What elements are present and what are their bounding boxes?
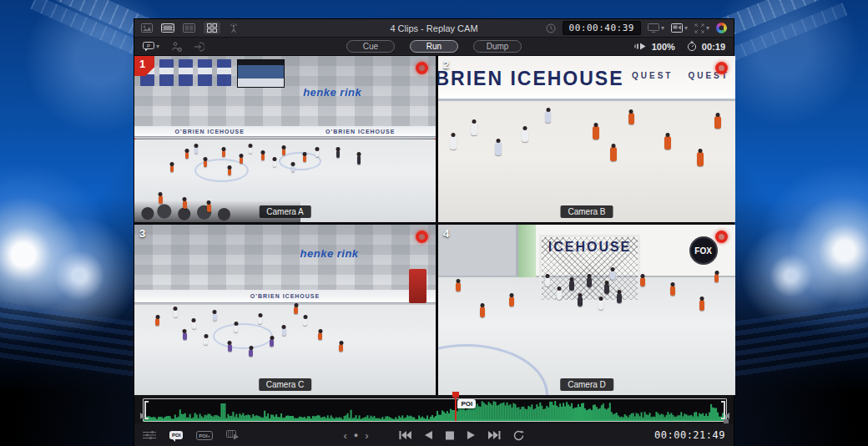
player-marker — [303, 155, 306, 162]
timeline-out-handle[interactable] — [721, 401, 725, 419]
camera-label: Camera D — [560, 378, 613, 391]
player-marker — [640, 277, 645, 286]
titlebar-right: 00:00:40:39 ▾ ▾ ▾ — [546, 21, 727, 35]
players-layer — [134, 225, 436, 395]
camera-view-1[interactable]: henke rink O'BRIEN ICEHOUSE O'BRIEN ICEH… — [134, 56, 436, 222]
player-marker — [234, 325, 238, 332]
jog-dot-icon[interactable]: ● — [354, 431, 358, 439]
clock-icon[interactable] — [546, 23, 556, 33]
camera-view-3[interactable]: henke rink O'BRIEN ICEHOUSE 3 Camera C — [134, 225, 436, 395]
run-button[interactable]: Run — [410, 40, 458, 53]
camera-label: Camera C — [259, 378, 312, 391]
play-button[interactable] — [467, 430, 477, 440]
player-marker — [610, 147, 617, 161]
timeline-bar: POI — [134, 395, 734, 423]
toolbar-right: 100% 00:19 — [634, 41, 725, 52]
camera-view-4[interactable]: ICEHOUSE FOX 4 Camera D — [438, 225, 735, 395]
monitor-icon[interactable]: ▾ — [648, 23, 664, 33]
jog-control[interactable]: ‹ ● › — [343, 430, 368, 441]
stopwatch-icon — [687, 41, 697, 52]
player-marker — [240, 157, 243, 164]
player-marker — [170, 165, 174, 172]
filmstrip-icon[interactable] — [161, 23, 174, 33]
player-marker — [471, 123, 477, 135]
player-marker — [714, 274, 719, 282]
audio-waveform — [144, 399, 726, 421]
media-pool-icon[interactable] — [141, 23, 153, 33]
players-layer — [438, 56, 735, 222]
automation-icon[interactable] — [143, 430, 156, 440]
color-wheel-icon[interactable] — [716, 23, 727, 33]
user-sync-icon[interactable] — [171, 42, 182, 52]
player-marker — [714, 116, 721, 129]
jog-forward-icon[interactable]: › — [365, 430, 368, 441]
export-icon[interactable] — [194, 42, 204, 52]
players-layer — [134, 56, 436, 222]
player-marker — [291, 165, 295, 172]
transport-left-icons: POI POI₊ — [143, 430, 240, 440]
camera-number: 3 — [139, 227, 145, 240]
out-handle-arrow — [725, 413, 729, 419]
transform-icon[interactable]: ▾ — [694, 23, 709, 33]
clip-icon[interactable] — [183, 23, 195, 33]
dump-button[interactable]: Dump — [473, 40, 522, 53]
player-marker — [587, 277, 592, 287]
player-marker — [282, 328, 286, 336]
poi-icon[interactable]: POI — [169, 431, 183, 439]
jog-back-icon[interactable]: ‹ — [343, 430, 346, 441]
broadcast-icon[interactable] — [229, 23, 239, 33]
player-marker — [155, 318, 159, 326]
player-marker — [249, 349, 253, 357]
player-marker — [183, 332, 187, 340]
timeline-in-handle[interactable] — [144, 401, 149, 419]
player-marker — [258, 317, 262, 324]
audio-timeline[interactable]: POI — [143, 398, 727, 422]
clip-play-icon[interactable] — [226, 430, 240, 440]
poi-flag-label: POI — [457, 399, 476, 408]
player-marker — [228, 344, 232, 352]
player-marker — [282, 149, 285, 155]
player-marker — [207, 204, 211, 212]
player-marker — [228, 169, 231, 175]
skip-end-button[interactable] — [488, 430, 502, 440]
camera-label: Camera A — [259, 205, 310, 218]
multicam-icon[interactable]: ▾ — [671, 23, 688, 33]
player-marker — [204, 160, 207, 167]
toolbar-left-icons: P▾ — [143, 42, 204, 52]
player-marker — [697, 152, 704, 166]
play-reverse-button[interactable] — [424, 430, 434, 440]
record-indicator — [715, 231, 728, 243]
transport-bar: POI POI₊ ‹ ● › — [134, 423, 734, 446]
master-timecode[interactable]: 00:00:40:39 — [563, 21, 641, 35]
player-marker — [222, 150, 225, 157]
player-marker — [318, 332, 322, 340]
player-marker — [480, 307, 485, 317]
poi-add-icon[interactable]: POI₊ — [196, 431, 213, 440]
player-marker — [273, 160, 276, 167]
player-marker — [194, 147, 198, 154]
cue-button[interactable]: Cue — [346, 40, 395, 53]
players-layer — [438, 225, 735, 395]
skip-start-button[interactable] — [399, 430, 412, 440]
speed-value[interactable]: 100% — [652, 42, 675, 52]
player-marker — [495, 142, 502, 155]
player-marker — [617, 293, 622, 303]
camera-view-2[interactable]: BRIEN ICEHOUSE QUEST QUEST 2 Camera B — [438, 56, 735, 222]
player-marker — [509, 296, 514, 307]
player-marker — [598, 300, 603, 310]
countdown-timer[interactable]: 00:19 — [702, 42, 725, 52]
player-marker — [183, 200, 187, 209]
multiview-grid-icon[interactable] — [204, 22, 220, 34]
poi-marker-head[interactable] — [452, 392, 459, 398]
player-marker — [628, 113, 634, 124]
stop-button[interactable] — [446, 431, 455, 440]
desktop-background: 4 Clips - Replay CAM 00:00:40:39 ▾ ▾ ▾ — [0, 0, 868, 446]
player-marker — [192, 322, 196, 329]
loop-button[interactable] — [513, 430, 525, 441]
player-marker — [213, 313, 217, 321]
camera-label: Camera B — [560, 205, 613, 218]
poi-menu-icon[interactable]: P▾ — [143, 42, 159, 52]
player-marker — [456, 282, 461, 291]
poi-playhead[interactable]: POI — [455, 397, 457, 421]
player-marker — [450, 136, 457, 150]
